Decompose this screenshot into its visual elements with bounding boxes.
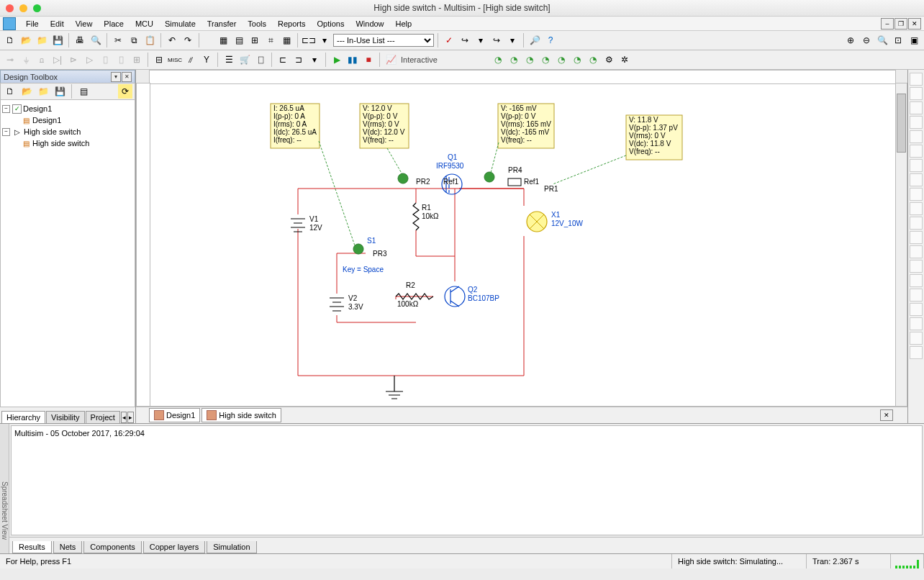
instrument-4-icon[interactable] — [910, 116, 923, 129]
instrument-17-icon[interactable] — [910, 303, 923, 316]
tab-components[interactable]: Components — [83, 541, 141, 553]
layout-1-icon[interactable]: ⊏ — [276, 53, 290, 67]
package-icon[interactable]: ⎕ — [253, 53, 268, 67]
tree-item-highside-child[interactable]: High side switch — [32, 139, 89, 148]
instrument-6-icon[interactable] — [910, 145, 923, 158]
tab-project[interactable]: Project — [86, 411, 120, 423]
interactive-icon[interactable]: 📈 — [384, 53, 398, 67]
undo-icon[interactable]: ↶ — [165, 33, 179, 47]
comp-analog-icon[interactable]: ▷ — [82, 53, 96, 67]
comp-ground-icon[interactable]: ⏚ — [19, 53, 33, 67]
instrument-11-icon[interactable] — [910, 217, 923, 230]
fullscreen-icon[interactable]: ▣ — [907, 33, 921, 47]
doc-tab-design1[interactable]: Design1 — [149, 408, 200, 422]
dropdown-3-icon[interactable]: ▾ — [505, 33, 520, 47]
tab-hierarchy[interactable]: Hierarchy — [1, 411, 45, 423]
toggle-2-icon[interactable]: ▤ — [232, 33, 246, 47]
tree-expand-1-icon[interactable]: − — [2, 105, 10, 113]
instr-6-icon[interactable]: ◔ — [570, 53, 584, 67]
doc-tabs-close-icon[interactable]: ✕ — [880, 409, 893, 421]
tree-check-1[interactable]: ✓ — [12, 104, 22, 114]
instrument-10-icon[interactable] — [910, 202, 923, 215]
toggle-3-icon[interactable]: ⊞ — [248, 33, 262, 47]
instrument-3-icon[interactable] — [910, 101, 923, 114]
comp-transistor-icon[interactable]: ⊳ — [66, 53, 81, 67]
print-icon[interactable]: 🖶 — [73, 33, 87, 47]
instrument-18-icon[interactable] — [910, 317, 923, 330]
instr-settings-icon[interactable]: ⚙ — [602, 53, 616, 67]
toggle-1-icon[interactable]: ▦ — [216, 33, 230, 47]
toolbox-pin-icon[interactable]: ▾ — [111, 72, 121, 82]
tree-item-design1-child[interactable]: Design1 — [32, 116, 61, 124]
instrument-16-icon[interactable] — [910, 289, 923, 302]
tb-props-icon[interactable]: ▤ — [76, 84, 91, 99]
ni-icon[interactable]: Y — [199, 53, 214, 67]
mdi-minimize-icon[interactable]: – — [881, 18, 894, 30]
in-use-list-combo[interactable]: --- In-Use List --- — [333, 34, 434, 47]
zoom-area-icon[interactable]: 🔍 — [875, 33, 889, 47]
menu-reports[interactable]: Reports — [272, 19, 312, 28]
new-file-icon[interactable]: 🗋 — [3, 33, 17, 47]
schematic-canvas[interactable]: I: 26.5 uA I(p-p): 0 A I(rms): 0 A I(dc)… — [149, 83, 896, 407]
instr-5-icon[interactable]: ◔ — [554, 53, 569, 67]
instrument-19-icon[interactable] — [910, 332, 923, 345]
instrument-5-icon[interactable] — [910, 130, 923, 143]
open-folder-icon[interactable]: 📁 — [35, 33, 49, 47]
dropdown-2-icon[interactable]: ▾ — [474, 33, 488, 47]
menu-help[interactable]: Help — [390, 19, 418, 28]
instrument-15-icon[interactable] — [910, 274, 923, 287]
menu-transfer[interactable]: Transfer — [201, 19, 243, 28]
arrow-right-1-icon[interactable]: ↪ — [458, 33, 472, 47]
instrument-8-icon[interactable] — [910, 173, 923, 186]
save-icon[interactable]: 💾 — [50, 33, 65, 47]
instrument-9-icon[interactable] — [910, 188, 923, 201]
copy-icon[interactable]: ⧉ — [127, 33, 141, 47]
cart-icon[interactable]: 🛒 — [237, 53, 252, 67]
cut-icon[interactable]: ✂ — [111, 33, 125, 47]
preview-icon[interactable]: 🔍 — [89, 33, 103, 47]
tab-copper[interactable]: Copper layers — [143, 541, 205, 553]
toggle-4-icon[interactable]: ⌗ — [263, 33, 278, 47]
design-tree[interactable]: − ✓ Design1 ▤ Design1 − ▷ High side swit… — [0, 100, 135, 407]
instrument-14-icon[interactable] — [910, 260, 923, 273]
tb-open2-icon[interactable]: 📁 — [36, 84, 50, 99]
log-output[interactable]: Multisim - 05 October 2017, 16:29:04 — [11, 425, 923, 535]
instrument-13-icon[interactable] — [910, 245, 923, 258]
layout-2-icon[interactable]: ⊐ — [291, 53, 306, 67]
comp-resistor-icon[interactable]: ⩍ — [35, 53, 49, 67]
instr-2-icon[interactable]: ◔ — [507, 53, 521, 67]
menu-place[interactable]: Place — [98, 19, 130, 28]
connector-icon[interactable]: ⫽ — [184, 53, 198, 67]
scrollbar-vertical[interactable] — [895, 83, 907, 407]
paste-icon[interactable]: 📋 — [142, 33, 157, 47]
instr-gear-icon[interactable]: ✲ — [617, 53, 632, 67]
tb-refresh-icon[interactable]: ⟳ — [118, 84, 132, 99]
doc-tab-highside[interactable]: High side switch — [201, 408, 281, 422]
instrument-12-icon[interactable] — [910, 231, 923, 244]
component-icon[interactable]: ⊏⊐ — [302, 33, 316, 47]
menu-edit[interactable]: Edit — [45, 19, 70, 28]
dropdown-4-icon[interactable]: ▾ — [307, 53, 322, 67]
tab-results[interactable]: Results — [12, 541, 52, 553]
toggle-5-icon[interactable]: ▦ — [279, 33, 294, 47]
tree-item-design1[interactable]: Design1 — [23, 104, 52, 113]
bus-icon[interactable]: ⊟ — [152, 53, 166, 67]
instr-7-icon[interactable]: ◔ — [586, 53, 600, 67]
zoom-in-icon[interactable]: ⊕ — [843, 33, 858, 47]
menu-mcu[interactable]: MCU — [130, 19, 159, 28]
tree-item-highside[interactable]: High side switch — [24, 127, 81, 136]
mdi-close-icon[interactable]: ✕ — [908, 18, 921, 30]
toolbox-close-icon[interactable]: ✕ — [122, 72, 132, 82]
zoom-out-icon[interactable]: ⊖ — [859, 33, 874, 47]
tree-expand-2-icon[interactable]: − — [2, 128, 10, 136]
menu-file[interactable]: File — [20, 19, 45, 28]
instrument-1-icon[interactable] — [910, 73, 923, 86]
mdi-restore-icon[interactable]: ❐ — [894, 18, 907, 30]
dropdown-1-icon[interactable]: ▾ — [317, 33, 332, 47]
tb-new-icon[interactable]: 🗋 — [3, 84, 17, 99]
tab-simulation[interactable]: Simulation — [207, 541, 256, 553]
pause-button[interactable]: ▮▮ — [345, 53, 360, 67]
comp-diode-icon[interactable]: ▷| — [50, 53, 65, 67]
help-icon[interactable]: ? — [543, 33, 558, 47]
check-icon[interactable]: ✓ — [442, 33, 456, 47]
